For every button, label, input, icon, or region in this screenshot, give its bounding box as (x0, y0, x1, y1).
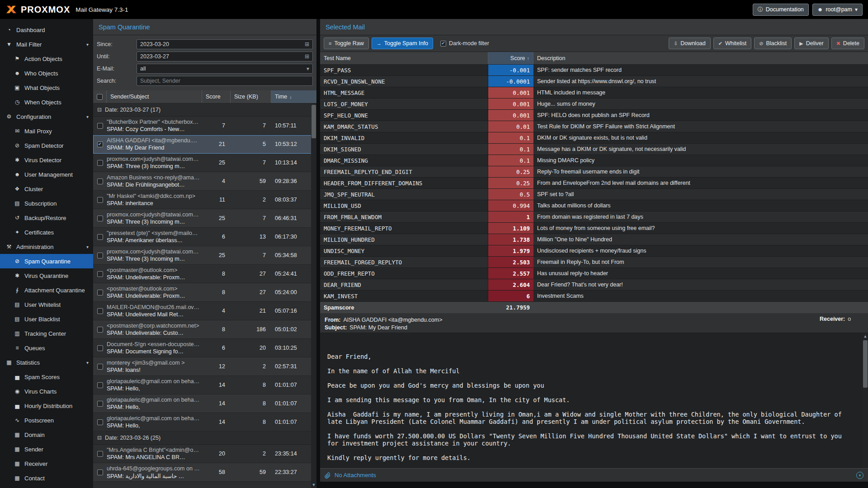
calendar-icon[interactable]: ⊞ (305, 53, 309, 60)
sidebar-item-certificates[interactable]: ✦Certificates (0, 225, 93, 239)
list-item[interactable]: uhrda-645@googlegroups.com on …SPAM: حاس… (93, 463, 316, 482)
chevron-down-icon[interactable]: ▾ (307, 66, 309, 72)
row-checkbox[interactable] (97, 216, 103, 221)
sidebar-item-virus-detector[interactable]: ✱Virus Detector (0, 153, 93, 167)
column-time[interactable]: Time ↓ (271, 90, 316, 103)
row-checkbox[interactable] (97, 451, 103, 457)
row-checkbox[interactable] (97, 271, 103, 277)
sidebar-item-administration[interactable]: ⚒Administration▾ (0, 239, 93, 254)
list-item[interactable]: gloriapauleric@gmail.com on beha…SPAM: H… (93, 376, 316, 394)
sidebar-item-backup-restore[interactable]: ↺Backup/Restore (0, 211, 93, 225)
attachments-status-icon[interactable]: ▾ (856, 472, 863, 479)
column-size[interactable]: Size (KB) (231, 90, 271, 103)
row-checkbox[interactable] (97, 253, 103, 258)
list-item[interactable]: proxmox.com<judysh@tatwai.com…SPAM: Thre… (93, 209, 316, 228)
sidebar-item-postscreen[interactable]: ∿Postscreen (0, 413, 93, 427)
column-description[interactable]: Description (533, 52, 868, 64)
chevron-down-icon[interactable]: ▾ (86, 42, 89, 47)
sidebar-item-dashboard[interactable]: ◔Dashboard (0, 23, 93, 37)
sidebar-item-user-whitelist[interactable]: ▤User Whitelist (0, 297, 93, 312)
email-select[interactable]: all ▾ (137, 64, 313, 74)
chevron-down-icon[interactable]: ▾ (86, 244, 89, 249)
calendar-icon[interactable]: ⊞ (305, 41, 309, 47)
sidebar-item-when-objects[interactable]: ◷When Objects (0, 95, 93, 109)
sidebar-item-spam-scores[interactable]: ▅Spam Scores (0, 370, 93, 384)
sidebar-item-cluster[interactable]: ❖Cluster (0, 182, 93, 196)
collapse-icon[interactable]: ⊟ (97, 107, 102, 113)
deliver-button[interactable]: ▶ Deliver (794, 38, 828, 49)
row-checkbox[interactable] (97, 419, 103, 425)
chevron-down-icon[interactable]: ▾ (86, 360, 89, 365)
list-scrollbar[interactable]: ▼ (311, 103, 316, 488)
select-all-checkbox[interactable] (97, 94, 103, 100)
sidebar-item-mail-filter[interactable]: ▼Mail Filter▾ (0, 37, 93, 52)
whitelist-button[interactable]: ✔ Whitelist (713, 38, 751, 49)
row-checkbox[interactable] (97, 160, 103, 166)
scrollbar-thumb[interactable] (863, 340, 868, 388)
row-checkbox[interactable] (97, 469, 103, 475)
sidebar-item-contact[interactable]: ▦Contact (0, 471, 93, 485)
list-item[interactable]: gloriapauleric@gmail.com on beha…SPAM: H… (93, 413, 316, 432)
row-checkbox[interactable] (97, 197, 103, 203)
list-item[interactable]: proxmox.com<judysh@tatwai.com…SPAM: Thre… (93, 246, 316, 265)
sidebar-item-user-blacklist[interactable]: ▤User Blacklist (0, 312, 93, 326)
sidebar-item-who-objects[interactable]: ☻Who Objects (0, 66, 93, 80)
sidebar-item-sender[interactable]: ▦Sender (0, 442, 93, 456)
until-date-input[interactable]: 2023-03-27 ⊞ (137, 52, 313, 61)
row-checkbox[interactable] (97, 123, 103, 129)
list-item[interactable]: Amazon Business <no-reply@ama…SPAM: Die … (93, 172, 316, 191)
list-item[interactable]: <postmaster@outlook.com>SPAM: Undelivera… (93, 283, 316, 302)
list-item[interactable]: monterey <jim3s@gmail.com >SPAM: loans!1… (93, 357, 316, 376)
column-score[interactable]: Score ↑ (488, 52, 533, 64)
row-checkbox[interactable] (97, 327, 103, 333)
body-scrollbar[interactable]: ▲ (863, 333, 868, 468)
sidebar-item-receiver[interactable]: ▦Receiver (0, 456, 93, 471)
list-item[interactable]: "Mrs.Angelina C Bright"<admin@o…SPAM: Mr… (93, 445, 316, 463)
toggle-spam-info-button[interactable]: → Toggle Spam Info (372, 38, 433, 49)
blacklist-button[interactable]: ⊘ Blacklist (754, 38, 792, 49)
column-sender-subject[interactable]: Sender/Subject (107, 90, 202, 103)
sidebar-item-queues[interactable]: ≡Queues (0, 341, 93, 355)
user-menu-button[interactable]: ☻ root@pam ▾ (812, 4, 863, 16)
row-checkbox[interactable] (97, 382, 103, 388)
search-input[interactable]: Subject, Sender (137, 76, 313, 86)
sidebar-item-virus-charts[interactable]: ◉Virus Charts (0, 384, 93, 399)
sidebar-item-hourly-distribution[interactable]: ▅Hourly Distribution (0, 399, 93, 413)
row-checkbox[interactable] (97, 364, 103, 370)
list-item[interactable]: ✔AISHA GADDAFI <ita@mgbendu.…SPAM: My De… (93, 135, 316, 154)
row-checkbox[interactable] (97, 308, 103, 314)
date-group-header[interactable]: ⊟Date: 2023-03-27 (17) (93, 103, 316, 117)
sidebar-item-tracking-center[interactable]: ▥Tracking Center (0, 326, 93, 341)
row-checkbox[interactable] (97, 345, 103, 351)
sidebar-item-spam-quarantine[interactable]: ⊘Spam Quarantine (0, 254, 93, 268)
delete-button[interactable]: ✖ Delete (831, 38, 864, 49)
sidebar-item-configuration[interactable]: ⚙Configuration▾ (0, 109, 93, 124)
column-test-name[interactable]: Test Name (320, 52, 488, 64)
sidebar-item-statistics[interactable]: ▦Statistics▾ (0, 355, 93, 370)
sidebar-item-what-objects[interactable]: ▣What Objects (0, 80, 93, 95)
sidebar-item-subscription[interactable]: ▤Subscription (0, 196, 93, 211)
collapse-icon[interactable]: ⊟ (97, 435, 102, 441)
column-score[interactable]: Score (202, 90, 231, 103)
darkmode-checkbox[interactable]: ✔ (440, 41, 446, 47)
row-checkbox[interactable] (97, 401, 103, 407)
chevron-down-icon[interactable]: ▾ (86, 114, 89, 119)
scroll-up-icon[interactable]: ▲ (863, 333, 868, 339)
attachments-bar[interactable]: No Attachments ▾ (320, 468, 868, 482)
list-item[interactable]: "ButcherBox Partner" <butcherbox…SPAM: C… (93, 117, 316, 135)
sidebar-item-mail-proxy[interactable]: ✉Mail Proxy (0, 124, 93, 138)
row-checkbox[interactable] (97, 234, 103, 240)
list-item[interactable]: Document-S!gn <essen-docuposte…SPAM: Doc… (93, 339, 316, 357)
list-item[interactable]: "pressetext (pte)" <system@mailo…SPAM: A… (93, 228, 316, 246)
sidebar-item-action-objects[interactable]: ⚑Action Objects (0, 52, 93, 66)
since-date-input[interactable]: 2023-03-20 ⊞ (137, 39, 313, 49)
documentation-button[interactable]: ⓘ Documentation (753, 4, 809, 16)
list-item[interactable]: MAILER-DAEMON@out26.mail.ov…SPAM: Undeli… (93, 302, 316, 320)
sidebar-item-domain[interactable]: ▦Domain (0, 427, 93, 442)
sidebar-item-spam-detector[interactable]: ⊘Spam Detector (0, 138, 93, 153)
row-checkbox[interactable] (97, 290, 103, 296)
list-item[interactable]: "Mr Haskel" <lamki@ddkc.com.np>SPAM: inh… (93, 191, 316, 209)
list-item[interactable]: <postmaster@corp.watchcomm.net>SPAM: Und… (93, 320, 316, 339)
download-button[interactable]: ⇩ Download (669, 38, 711, 49)
sidebar-item-user-management[interactable]: ☻User Management (0, 167, 93, 182)
